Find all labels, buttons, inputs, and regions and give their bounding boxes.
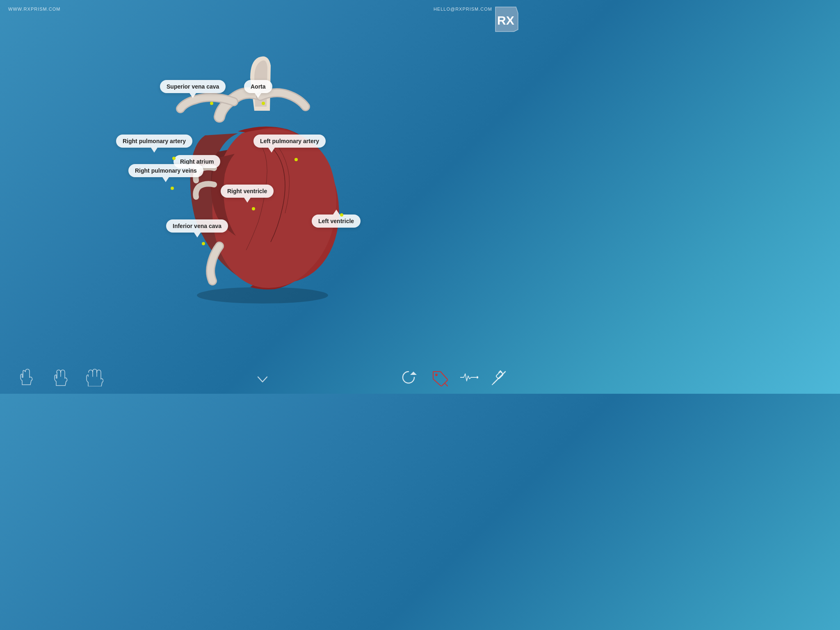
label-right-pulmonary-veins[interactable]: Right pulmonary veins <box>128 164 203 177</box>
svg-point-2 <box>197 287 328 304</box>
label-right-pulmonary-artery[interactable]: Right pulmonary artery <box>116 135 192 148</box>
gesture-controls <box>16 368 103 386</box>
label-inferior-vena-cava[interactable]: Inferior vena cava <box>166 219 228 233</box>
chevron-down-icon[interactable] <box>256 375 269 386</box>
label-left-pulmonary-artery[interactable]: Left pulmonary artery <box>253 135 326 148</box>
tag-button[interactable] <box>430 368 448 386</box>
multi-touch-icon[interactable] <box>85 368 103 386</box>
dot-aorta <box>262 102 265 105</box>
svg-line-10 <box>492 383 494 385</box>
label-superior-vena-cava[interactable]: Superior vena cava <box>160 80 226 93</box>
dot-right-ventricle <box>252 207 255 210</box>
dot-left-pulmonary-artery <box>294 158 298 161</box>
svg-marker-4 <box>410 372 417 375</box>
svg-point-5 <box>435 374 438 376</box>
dot-right-pulmonary-veins <box>171 187 174 190</box>
action-controls <box>399 368 509 386</box>
website-url: WWW.RXPRISM.COM <box>8 7 60 11</box>
svg-text:RX: RX <box>497 14 514 27</box>
info-button[interactable] <box>491 368 509 386</box>
dot-right-pulmonary-artery <box>172 157 176 160</box>
svg-marker-7 <box>477 376 478 379</box>
dot-inferior-vena-cava <box>202 242 205 245</box>
label-right-ventricle[interactable]: Right ventricle <box>221 185 274 198</box>
reset-button[interactable] <box>399 368 418 386</box>
dot-left-ventricle <box>340 213 343 217</box>
svg-line-6 <box>445 383 448 386</box>
heartrate-button[interactable] <box>460 368 478 386</box>
single-touch-icon[interactable] <box>16 368 34 386</box>
svg-line-8 <box>494 372 505 383</box>
label-aorta[interactable]: Aorta <box>244 80 272 93</box>
rx-logo: RX <box>491 5 520 34</box>
double-touch-icon[interactable] <box>51 368 69 386</box>
email-address: HELLO@RXPRISM.COM <box>434 7 492 11</box>
label-left-ventricle[interactable]: Left ventricle <box>312 215 361 228</box>
dot-superior-vena-cava <box>210 102 213 105</box>
